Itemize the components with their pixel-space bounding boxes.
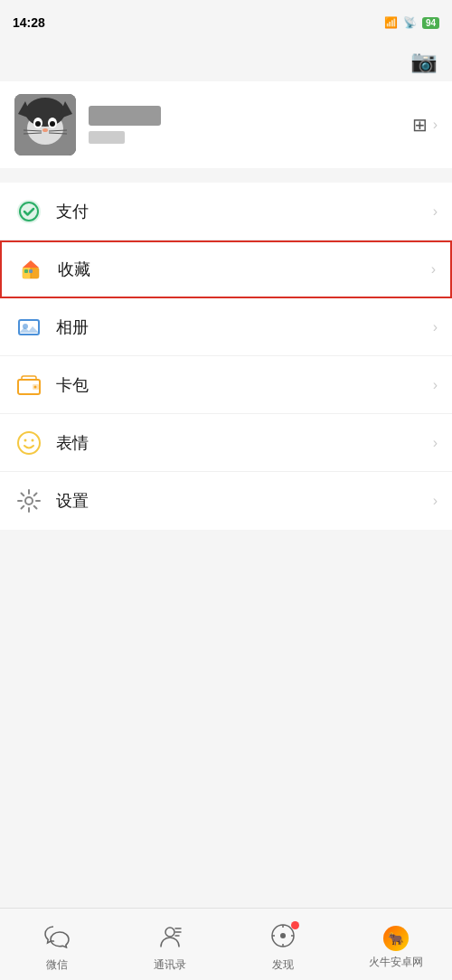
settings-icon [14, 486, 43, 515]
menu-item-collect[interactable]: 收藏 › [0, 240, 452, 298]
profile-name [89, 106, 161, 126]
svg-point-7 [35, 121, 41, 127]
avatar [14, 94, 76, 155]
profile-left [14, 94, 161, 155]
wallet-chevron: › [433, 377, 438, 393]
album-chevron: › [433, 319, 438, 335]
profile-info [89, 106, 161, 144]
status-icons: 📶 📡 94 [384, 16, 439, 29]
pay-icon [14, 197, 43, 226]
emoji-icon [14, 429, 43, 457]
menu-item-wallet[interactable]: 卡包 › [0, 356, 452, 414]
me-label: 火牛安卓网 [369, 955, 423, 970]
profile-chevron: › [433, 117, 438, 133]
wifi-icon: 📡 [403, 16, 417, 29]
svg-point-25 [34, 385, 37, 388]
pay-chevron: › [433, 203, 438, 220]
collect-label: 收藏 [58, 259, 431, 280]
gray-area [0, 537, 452, 844]
contacts-label: 通讯录 [154, 957, 186, 973]
svg-rect-19 [24, 269, 28, 273]
battery-indicator: 94 [422, 17, 439, 29]
svg-point-30 [165, 928, 174, 937]
wallet-label: 卡包 [56, 374, 433, 396]
wallet-icon [14, 371, 43, 400]
avatar-image [14, 94, 76, 155]
svg-marker-16 [23, 260, 39, 268]
svg-point-26 [18, 432, 40, 454]
emoji-label: 表情 [56, 432, 433, 454]
discover-badge [291, 921, 299, 929]
nav-contacts[interactable]: 通讯录 [113, 916, 226, 973]
wechat-label: 微信 [46, 957, 68, 973]
discover-icon [270, 923, 296, 954]
menu-item-emoji[interactable]: 表情 › [0, 414, 452, 472]
svg-rect-20 [29, 269, 33, 273]
divider-1 [0, 175, 452, 183]
emoji-chevron: › [433, 435, 438, 451]
contacts-icon [157, 923, 183, 954]
qr-code-icon[interactable]: ⊞ [412, 114, 428, 136]
album-icon [14, 313, 43, 342]
nav-discover[interactable]: 发现 [226, 916, 339, 973]
menu-list: 支付 › 收藏 › [0, 183, 452, 530]
svg-point-29 [25, 497, 33, 504]
svg-point-9 [42, 128, 48, 132]
profile-right[interactable]: ⊞ › [412, 114, 438, 136]
discover-label: 发现 [272, 957, 294, 973]
camera-row: 📷 [0, 45, 452, 81]
signal-icon: 📶 [384, 16, 398, 29]
album-label: 相册 [56, 316, 433, 338]
status-time: 14:28 [13, 15, 45, 30]
bottom-nav: 微信 通讯录 发现 [0, 908, 452, 980]
menu-item-settings[interactable]: 设置 › [0, 472, 452, 530]
menu-item-pay[interactable]: 支付 › [0, 183, 452, 240]
status-bar: 14:28 📶 📡 94 [0, 0, 452, 45]
me-logo: 🐂 [383, 926, 409, 951]
nav-me[interactable]: 🐂 火牛安卓网 [339, 919, 452, 970]
profile-section[interactable]: ⊞ › [0, 81, 452, 168]
profile-id [89, 131, 125, 144]
pay-label: 支付 [56, 201, 433, 222]
collect-icon [16, 255, 45, 284]
collect-chevron: › [431, 261, 436, 278]
menu-item-album[interactable]: 相册 › [0, 298, 452, 356]
svg-point-2 [25, 98, 65, 127]
settings-chevron: › [433, 493, 438, 509]
svg-point-28 [32, 438, 34, 441]
svg-point-35 [280, 933, 286, 938]
wechat-icon [44, 923, 70, 954]
svg-point-27 [24, 438, 27, 441]
nav-wechat[interactable]: 微信 [0, 916, 113, 973]
me-content: 🐂 [383, 926, 409, 951]
camera-icon[interactable]: 📷 [410, 49, 438, 74]
settings-label: 设置 [56, 490, 433, 512]
svg-point-8 [50, 121, 55, 127]
